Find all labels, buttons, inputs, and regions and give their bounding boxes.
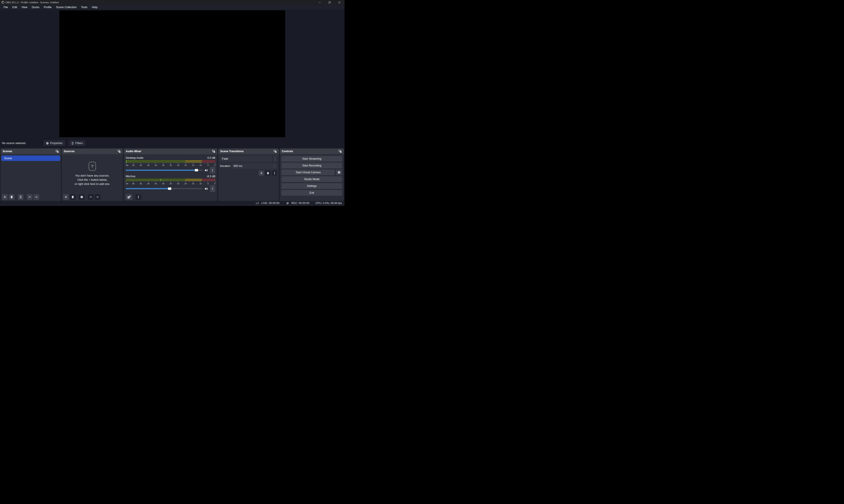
obs-window: OBS 29.1.2 - Profile: Untitled - Scenes:… [0,0,345,206]
scale-tick-label: -15 [192,183,194,185]
menu-item[interactable]: Help [90,5,100,10]
scene-transitions-panel: Scene Transitions Fade Duration 300 ms [218,148,279,201]
scale-tick-label: -60 [126,164,128,166]
scale-tick-label: -5 [207,183,209,185]
move-scene-up-button[interactable] [27,194,33,200]
live-time: LIVE: 00:00:00 [261,202,280,205]
move-scene-down-button[interactable] [34,194,39,200]
duration-spinner[interactable] [272,163,277,169]
virtual-camera-config-button[interactable] [336,169,342,175]
volume-slider-handle[interactable] [195,169,198,172]
menu-item[interactable]: Scene Collection [54,5,79,10]
minimize-button[interactable] [318,1,321,4]
remove-transition-button[interactable] [265,170,270,176]
studio-mode-button[interactable]: Studio Mode [281,176,342,182]
move-source-down-button[interactable] [95,194,101,200]
question-mark-icon: ? [89,162,96,171]
remove-scene-button[interactable] [9,194,15,200]
sources-panel-header: Sources [62,148,123,154]
scale-tick-label: -50 [139,183,142,185]
popout-icon[interactable] [212,150,215,153]
scale-tick-label: -35 [162,183,164,185]
scale-tick-label: -35 [162,164,164,166]
start-streaming-button[interactable]: Start Streaming [281,156,342,162]
mute-button[interactable] [204,187,208,191]
start-virtual-camera-button[interactable]: Start Virtual Camera [281,169,335,175]
volume-slider[interactable] [126,167,203,173]
status-bar: LIVE: 00:00:00 REC: 00:00:00 CPU: 0.0%, … [0,201,345,206]
workspace: No source selected Properties Filters [0,10,345,148]
cpu-fps-stats: CPU: 0.0%, 59.94 fps [316,202,342,205]
source-toolbar: No source selected Properties Filters [0,140,345,147]
scale-tick-label: -30 [169,183,172,185]
scenes-panel-header: Scenes [1,148,61,154]
filter-icon [71,142,74,145]
scale-tick-label: -55 [132,183,135,185]
menu-bar: FileEditViewDocksProfileScene Collection… [0,5,345,10]
transition-select-spinner[interactable] [272,156,277,162]
scale-tick-label: 0 [214,183,215,185]
scale-tick-label: -55 [132,164,135,166]
add-source-button[interactable] [63,194,69,200]
mute-button[interactable] [204,168,208,172]
add-scene-button[interactable] [2,194,8,200]
popout-icon[interactable] [118,150,121,153]
channel-level: -8.3 dB [207,175,215,178]
scale-tick-label: -45 [147,183,150,185]
preview-canvas[interactable] [59,10,285,137]
meter-scale: -60-55-50-45-40-35-30-25-20-15-10-50 [126,183,215,185]
toolbar-separator [77,195,77,199]
advanced-audio-properties-button[interactable] [126,194,132,200]
popout-icon[interactable] [56,150,59,153]
exit-button[interactable]: Exit [281,190,342,196]
channel-menu-button[interactable] [210,167,215,174]
channel-menu-button[interactable] [210,185,215,192]
scale-tick-label: -10 [199,183,202,185]
scale-tick-label: -20 [184,164,187,166]
properties-button[interactable]: Properties [43,140,65,146]
transition-properties-button[interactable] [272,170,277,176]
scale-tick-label: -5 [207,164,209,166]
volume-slider-handle[interactable] [168,187,171,190]
volume-meter [126,179,215,181]
scale-tick-label: -40 [154,164,157,166]
filters-button[interactable]: Filters [69,140,85,146]
duration-spinbox[interactable]: 300 ms [231,163,277,169]
transition-select[interactable]: Fade [220,156,277,162]
restore-button[interactable] [328,1,331,4]
start-recording-button[interactable]: Start Recording [281,163,342,168]
volume-slider[interactable] [126,186,203,192]
channel-level: 0.0 dB [207,156,215,159]
close-button[interactable] [338,1,341,4]
controls-panel: Controls Start Streaming Start Recording… [280,148,344,201]
menu-item[interactable]: Profile [41,5,54,10]
window-title: OBS 29.1.2 - Profile: Untitled - Scenes:… [5,1,59,4]
scale-tick-label: -50 [139,164,142,166]
scenes-panel: Scenes Scene [1,148,61,201]
menu-item[interactable]: File [1,5,10,10]
audio-mixer-panel: Audio Mixer Desktop Audio 0.0 dB [124,148,217,201]
scene-list-item[interactable]: Scene [1,156,60,161]
popout-icon[interactable] [339,150,342,153]
scene-filters-button[interactable] [18,194,23,200]
menu-item[interactable]: Edit [10,5,19,10]
source-status-text: No source selected [2,142,43,145]
source-properties-button[interactable] [79,194,85,200]
menu-item[interactable]: View [19,5,30,10]
add-transition-button[interactable] [259,170,264,176]
mixer-menu-button[interactable] [136,194,141,200]
scale-tick-label: -10 [199,164,202,166]
settings-button[interactable]: Settings [281,183,342,189]
channel-name: Desktop Audio [126,156,143,159]
move-source-up-button[interactable] [88,194,93,200]
meter-ruler [126,181,215,182]
meter-peak-indicator [126,160,127,163]
volume-meter [126,160,215,163]
meter-scale: -60-55-50-45-40-35-30-25-20-15-10-50 [126,164,215,167]
obs-logo-icon [1,1,4,4]
remove-source-button[interactable] [70,194,75,200]
toolbar-separator [16,195,16,199]
popout-icon[interactable] [274,150,277,153]
menu-item[interactable]: Docks [30,5,42,10]
menu-item[interactable]: Tools [79,5,90,10]
